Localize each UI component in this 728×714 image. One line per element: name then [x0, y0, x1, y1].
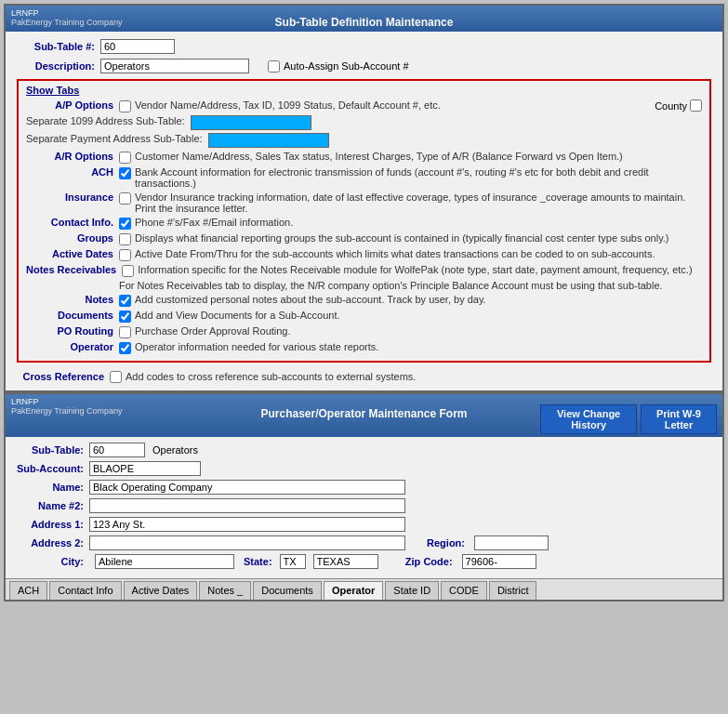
tab-documents[interactable]: Documents	[253, 581, 322, 600]
sub-table-label: Sub-Table #:	[17, 41, 100, 52]
tab-row-documents: Documents Add and View Documents for a S…	[26, 310, 702, 323]
ach-checkbox[interactable]	[119, 167, 131, 179]
groups-checkbox[interactable]	[119, 233, 131, 245]
contact-info-label: Contact Info.	[26, 217, 119, 228]
documents-label: Documents	[26, 310, 119, 321]
bottom-sub-table-row: Sub-Table: Operators	[15, 443, 713, 457]
bottom-sub-table-desc: Operators	[152, 444, 198, 456]
documents-checkbox[interactable]	[119, 311, 131, 323]
bottom-address1-label: Address 1:	[15, 519, 89, 530]
bottom-state-input[interactable]	[280, 554, 306, 569]
notes-recv-label: Notes Receivables	[26, 264, 122, 275]
description-row: Description: Operators Auto-Assign Sub-A…	[17, 59, 711, 73]
tab-row-notes-recv: Notes Receivables Information specific f…	[26, 264, 702, 277]
bottom-name-label: Name:	[15, 482, 89, 493]
tab-row-contact-info: Contact Info. Phone #'s/Fax #/Email info…	[26, 217, 702, 230]
notes-recv-checkbox[interactable]	[122, 265, 134, 277]
bottom-sub-account-input[interactable]	[89, 461, 201, 476]
payment-input[interactable]	[208, 133, 329, 148]
bottom-sub-table-input[interactable]	[89, 443, 145, 457]
tab-notes[interactable]: Notes _	[199, 581, 251, 600]
bottom-sub-account-row: Sub-Account:	[15, 461, 713, 476]
bottom-city-row: City: State: Zip Code:	[15, 554, 713, 569]
notes-recv-extra-desc: For Notes Receivables tab to display, th…	[119, 280, 702, 291]
tab-code[interactable]: CODE	[441, 581, 487, 600]
region-label: Region:	[424, 537, 470, 549]
bottom-address2-label: Address 2:	[15, 537, 89, 549]
documents-desc: Add and View Documents for a Sub-Account…	[135, 310, 702, 321]
tab-contact-info[interactable]: Contact Info	[49, 581, 121, 600]
bottom-address2-input[interactable]	[89, 536, 405, 550]
description-input[interactable]: Operators	[100, 59, 249, 73]
bottom-state-full-input[interactable]	[313, 554, 378, 569]
tab-row-ap-options: A/P Options Vendor Name/Address, Tax ID,…	[26, 99, 702, 112]
county-checkbox[interactable]	[690, 99, 702, 112]
contact-info-desc: Phone #'s/Fax #/Email information.	[135, 217, 702, 228]
region-input[interactable]	[474, 536, 549, 550]
bottom-name2-label: Name #2:	[15, 500, 89, 511]
bottom-titlebar: LRNFP PakEnergy Training Company Purchas…	[6, 394, 722, 437]
auto-assign-checkbox[interactable]	[268, 60, 280, 73]
ap-options-label: A/P Options	[26, 99, 119, 111]
sub-table-row: Sub-Table #: 60	[17, 39, 711, 54]
ar-options-desc: Customer Name/Address, Sales Tax status,…	[135, 151, 702, 162]
top-form-body: Sub-Table #: 60 Description: Operators A…	[6, 32, 722, 390]
cross-ref-desc: Add codes to cross reference sub-account…	[126, 371, 711, 382]
tab-state-id[interactable]: State ID	[385, 581, 439, 600]
bottom-form-body: Sub-Table: Operators Sub-Account: Name: …	[6, 437, 722, 578]
auto-assign-label: Auto-Assign Sub-Account #	[284, 60, 409, 72]
tab-row-operator: Operator Operator information needed for…	[26, 341, 702, 354]
print-w9-button[interactable]: Print W-9 Letter	[641, 404, 717, 434]
bottom-state-label: State:	[244, 556, 272, 567]
bottom-city-label: City:	[15, 556, 89, 567]
insurance-checkbox[interactable]	[119, 192, 131, 205]
po-routing-checkbox[interactable]	[119, 326, 131, 338]
ap-options-desc: Vendor Name/Address, Tax ID, 1099 Status…	[135, 99, 645, 111]
view-change-history-button[interactable]: View Change History	[540, 404, 637, 434]
bottom-sub-table-label: Sub-Table:	[15, 444, 89, 456]
ach-label: ACH	[26, 166, 119, 178]
bottom-window: LRNFP PakEnergy Training Company Purchas…	[4, 392, 724, 602]
notes-recv-desc: Information specific for the Notes Recei…	[138, 264, 702, 275]
tab-row-payment: Separate Payment Address Sub-Table:	[26, 133, 702, 148]
ap-options-checkbox[interactable]	[119, 100, 131, 112]
cross-ref-row: Cross Reference Add codes to cross refer…	[17, 370, 711, 383]
tab-row-ach: ACH Bank Account information for electro…	[26, 166, 702, 189]
zip-input[interactable]	[462, 554, 536, 569]
tab-active-dates[interactable]: Active Dates	[124, 581, 198, 600]
notes-checkbox[interactable]	[119, 295, 131, 307]
cross-ref-label: Cross Reference	[17, 371, 110, 382]
tab-row-1099: Separate 1099 Address Sub-Table:	[26, 115, 702, 130]
groups-label: Groups	[26, 232, 119, 244]
operator-checkbox[interactable]	[119, 342, 131, 354]
active-dates-desc: Active Date From/Thru for the sub-accoun…	[135, 248, 702, 259]
notes-desc: Add customized personal notes about the …	[135, 294, 702, 305]
active-dates-checkbox[interactable]	[119, 249, 131, 261]
cross-ref-checkbox[interactable]	[110, 371, 122, 383]
description-label: Description:	[17, 60, 100, 72]
1099-input[interactable]	[191, 115, 311, 130]
show-tabs-header[interactable]: Show Tabs	[26, 85, 702, 96]
insurance-desc: Vendor Insurance tracking information, d…	[135, 192, 702, 214]
sub-table-input[interactable]: 60	[100, 39, 175, 54]
tab-row-po-routing: PO Routing Purchase Order Approval Routi…	[26, 325, 702, 338]
tab-district[interactable]: District	[489, 581, 537, 600]
bottom-name-input[interactable]	[89, 480, 405, 495]
bottom-address1-input[interactable]	[89, 517, 405, 532]
bottom-name-row: Name:	[15, 480, 713, 495]
tab-row-groups: Groups Displays what financial reporting…	[26, 232, 702, 245]
tab-ach[interactable]: ACH	[9, 581, 47, 600]
top-titlebar: LRNFP PakEnergy Training Company Sub-Tab…	[6, 6, 722, 32]
operator-desc: Operator information needed for various …	[135, 341, 702, 352]
bottom-name2-row: Name #2:	[15, 498, 713, 513]
contact-info-checkbox[interactable]	[119, 218, 131, 230]
active-dates-label: Active Dates	[26, 248, 119, 259]
tab-operator[interactable]: Operator	[324, 581, 383, 600]
bottom-name2-input[interactable]	[89, 498, 405, 513]
tabs-bar: ACH Contact Info Active Dates Notes _ Do…	[6, 578, 722, 600]
bottom-city-input[interactable]	[95, 554, 234, 569]
ar-options-checkbox[interactable]	[119, 152, 131, 164]
zip-group: Zip Code:	[403, 554, 536, 569]
tab-row-notes-recv-extra: For Notes Receivables tab to display, th…	[26, 280, 702, 291]
insurance-label: Insurance	[26, 192, 119, 203]
